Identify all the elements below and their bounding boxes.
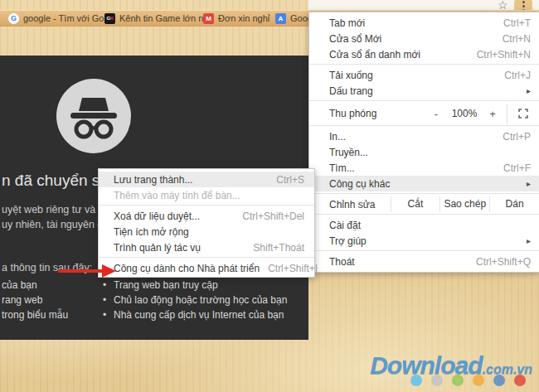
bookmark-item-google[interactable]: G google - Tìm với Goo xyxy=(8,11,109,26)
zoom-out-button[interactable]: - xyxy=(425,108,447,120)
dot-icon xyxy=(514,375,526,386)
menu-item-downloads[interactable]: Tải xuốngCtrl+J xyxy=(309,67,539,83)
gmail-favicon-icon: M xyxy=(203,13,214,24)
watermark-dots xyxy=(410,375,526,386)
dot-icon xyxy=(522,1,525,3)
menu-item-exit[interactable]: ThoátCtrl+Shift+Q xyxy=(309,254,539,269)
more-tools-submenu: Lưu trang thành...Ctrl+S Thêm vào máy tí… xyxy=(98,168,315,278)
menu-item-new-window[interactable]: Cửa sổ MớiCtrl+N xyxy=(309,31,539,46)
dot-icon xyxy=(473,375,484,386)
menu-item-edit: Chỉnh sửa Cắt Sao chép Dán xyxy=(309,196,539,212)
menu-separator xyxy=(99,205,314,206)
menu-item-clear-browsing-data[interactable]: Xoá dữ liệu duyệt...Ctrl+Shift+Del xyxy=(99,208,314,224)
zoom-level-value: 100% xyxy=(447,108,482,119)
menu-separator xyxy=(309,250,539,251)
shortcut: Ctrl+S xyxy=(268,174,304,186)
paste-button[interactable]: Dán xyxy=(489,196,539,212)
translate-favicon-icon: A xyxy=(275,13,286,24)
menu-item-find[interactable]: Tìm...Ctrl+F xyxy=(309,160,539,176)
dot-icon xyxy=(410,375,422,386)
menu-item-more-tools[interactable]: Công cụ khác▸ xyxy=(309,176,539,191)
chrome-main-menu: Tab mớiCtrl+T Cửa sổ MớiCtrl+N Cửa sổ ẩn… xyxy=(308,12,539,273)
bookmark-label: Kênh tin Game lớn nh xyxy=(119,13,209,23)
menu-separator xyxy=(309,64,539,65)
menu-item-add-to-desktop: Thêm vào máy tính để bàn... xyxy=(99,187,314,203)
menu-item-developer-tools[interactable]: Công cụ dành cho Nhà phát triểnCtrl+Shif… xyxy=(99,260,314,276)
gk-favicon-icon: GK xyxy=(104,13,115,24)
dot-icon xyxy=(493,375,505,386)
menu-separator xyxy=(309,125,539,126)
shortcut: Ctrl+T xyxy=(495,17,531,29)
dot-icon xyxy=(522,5,525,7)
google-favicon-icon: G xyxy=(8,13,19,24)
fullscreen-icon xyxy=(518,109,528,119)
incognito-list-left: của bạn rang web trong biểu mẫu xyxy=(2,278,68,322)
submenu-arrow-icon: ▸ xyxy=(527,236,531,245)
list-item: •Trang web bạn truy cập xyxy=(103,278,287,293)
menu-item-save-page-as[interactable]: Lưu trang thành...Ctrl+S xyxy=(99,172,314,187)
menu-item-new-incognito-window[interactable]: Cửa sổ ẩn danh mớiCtrl+Shift+N xyxy=(309,46,539,62)
shortcut: Ctrl+Shift+Q xyxy=(468,256,531,268)
list-item: của bạn xyxy=(2,278,68,293)
edit-label: Chỉnh sửa xyxy=(309,199,391,211)
menu-item-extensions[interactable]: Tiện ích mở rộng xyxy=(99,224,314,240)
menu-separator xyxy=(309,214,539,215)
list-item: trong biểu mẫu xyxy=(2,307,68,322)
list-item: •Nhà cung cấp dịch vụ Internet của bạn xyxy=(103,307,287,322)
incognito-spy-icon xyxy=(56,79,131,153)
shortcut: Shift+Thoát xyxy=(245,242,304,254)
screenshot-root: { "icons": { "star": "☆", "submenu_arrow… xyxy=(0,0,539,392)
bookmark-item-gamek[interactable]: GK Kênh tin Game lớn nh xyxy=(104,11,209,26)
shortcut: Ctrl+Shift+N xyxy=(469,49,531,60)
fullscreen-button[interactable] xyxy=(507,109,539,119)
list-item: •Chủ lao động hoặc trường học của bạn xyxy=(103,293,287,307)
shortcut: Ctrl+N xyxy=(494,33,531,45)
dot-icon xyxy=(431,375,443,386)
menu-item-task-manager[interactable]: Trình quản lý tác vụShift+Thoát xyxy=(99,240,314,255)
shortcut: Ctrl+F xyxy=(495,162,531,174)
menu-item-print[interactable]: In...Ctrl+P xyxy=(309,128,539,144)
shortcut: Ctrl+J xyxy=(496,70,531,81)
cut-button[interactable]: Cắt xyxy=(391,196,440,212)
dot-icon xyxy=(452,375,464,386)
submenu-arrow-icon: ▸ xyxy=(527,86,531,95)
menu-item-bookmarks[interactable]: Dấu trang▸ xyxy=(309,83,539,99)
incognito-heading: n đã chuyển sa xyxy=(2,172,109,190)
bullet-icon: • xyxy=(103,278,114,293)
incognito-list-right: •Trang web bạn truy cập •Chủ lao động ho… xyxy=(103,278,287,322)
bookmark-item-gmail[interactable]: M Đơn xin nghỉ xyxy=(203,11,270,26)
menu-item-help[interactable]: Trợ giúp▸ xyxy=(309,233,539,249)
copy-button[interactable]: Sao chép xyxy=(439,196,489,212)
shortcut: Ctrl+P xyxy=(494,131,531,143)
bookmark-label: Đơn xin nghỉ xyxy=(218,13,270,23)
menu-item-cast[interactable]: Truyền... xyxy=(309,144,539,160)
shortcut: Ctrl+Shift+Del xyxy=(234,211,304,222)
menu-item-new-tab[interactable]: Tab mớiCtrl+T xyxy=(309,15,539,31)
list-item: rang web xyxy=(2,293,68,307)
bookmark-label: google - Tìm với Goo xyxy=(23,13,109,23)
submenu-arrow-icon: ▸ xyxy=(527,179,531,188)
bullet-icon: • xyxy=(103,293,114,307)
shortcut: Ctrl+Shift+I xyxy=(260,263,318,274)
menu-separator xyxy=(99,257,314,258)
menu-item-settings[interactable]: Cài đặt xyxy=(309,217,539,233)
incognito-body-text: uyệt web riêng tư và ng uy nhiên, tài ng… xyxy=(2,202,110,232)
menu-separator xyxy=(309,100,539,101)
menu-separator xyxy=(309,193,539,194)
bullet-icon: • xyxy=(103,307,114,322)
menu-item-zoom: Thu phóng - 100% + xyxy=(309,104,539,123)
zoom-in-button[interactable]: + xyxy=(482,108,503,120)
